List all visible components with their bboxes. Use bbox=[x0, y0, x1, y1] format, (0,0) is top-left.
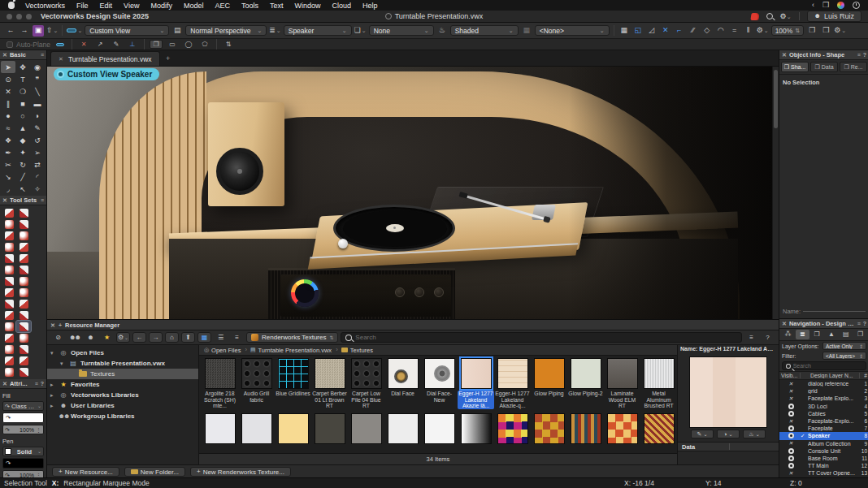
breadcrumb-item[interactable]: Turntable Presentation.vwx bbox=[250, 347, 340, 354]
Faceplate[interactable]: ✕ ✓ Faceplate 7 bbox=[779, 425, 868, 432]
help-icon[interactable] bbox=[761, 332, 775, 343]
class-dropdown[interactable]: None bbox=[369, 25, 434, 36]
fill-style-dropdown[interactable]: Class St... bbox=[2, 401, 44, 411]
snap-angle-icon[interactable] bbox=[646, 25, 658, 37]
toolset-tool[interactable] bbox=[16, 218, 31, 230]
clock-icon[interactable] bbox=[853, 2, 860, 9]
snap-grid-icon[interactable] bbox=[618, 25, 630, 37]
texture-item[interactable] bbox=[348, 412, 384, 444]
visibility-toggle[interactable]: ✕ bbox=[781, 388, 801, 395]
tab-viewports[interactable] bbox=[824, 330, 838, 339]
tree-vectorworks-libraries[interactable]: Vectorworks Libraries bbox=[47, 390, 198, 400]
toolset-tool[interactable] bbox=[16, 253, 31, 264]
texture-argolite[interactable]: Argolite 218 Scratch (SH) mte... bbox=[202, 358, 238, 409]
toolset-tool[interactable] bbox=[16, 343, 31, 355]
polyline-tool[interactable]: ✎ bbox=[30, 122, 45, 134]
disclosure-icon[interactable] bbox=[60, 361, 66, 367]
texture-item[interactable] bbox=[494, 412, 531, 444]
menu-icon[interactable] bbox=[41, 52, 44, 58]
visibility-toggle[interactable]: ✕ bbox=[781, 381, 801, 387]
vertical-scrollbar[interactable] bbox=[772, 67, 779, 319]
back-icon[interactable] bbox=[5, 25, 16, 37]
double-line-tool[interactable]: ∥ bbox=[1, 97, 15, 110]
tab-classes[interactable] bbox=[781, 330, 795, 339]
oval-marquee-icon[interactable] bbox=[182, 40, 195, 49]
tab-references[interactable] bbox=[853, 330, 867, 339]
texture-egger-lakeland[interactable]: Egger-H 1277 Lakeland Akazie lä... bbox=[458, 358, 494, 409]
menu-item[interactable]: Modify bbox=[145, 2, 178, 10]
rectangular-marquee-icon[interactable] bbox=[166, 40, 179, 49]
drawing-canvas[interactable]: Custom View Speaker bbox=[47, 67, 779, 319]
fit-window-icon[interactable] bbox=[806, 25, 818, 37]
toolset-tool[interactable] bbox=[2, 366, 16, 378]
rounded-rectangle-tool[interactable]: ▬ bbox=[30, 97, 45, 110]
pen-style-dropdown[interactable]: Solid bbox=[2, 447, 44, 456]
resource-search[interactable] bbox=[341, 332, 742, 343]
chevron-left-icon[interactable] bbox=[812, 2, 814, 9]
texture-item[interactable] bbox=[311, 412, 348, 444]
toolset-tool[interactable] bbox=[2, 230, 16, 241]
select-similar-tool[interactable]: ➢ bbox=[30, 146, 45, 158]
texture-item[interactable] bbox=[238, 412, 275, 444]
tab-saved-views[interactable] bbox=[839, 330, 853, 339]
new-resource-button[interactable]: New Resource... bbox=[52, 467, 119, 477]
snap-align-icon[interactable] bbox=[729, 25, 740, 37]
search-input[interactable] bbox=[355, 334, 737, 341]
all-resources-icon[interactable] bbox=[51, 332, 65, 343]
workspace-gear-icon[interactable] bbox=[834, 25, 846, 37]
zoom-level-field[interactable]: 100% bbox=[771, 25, 805, 36]
Cables[interactable]: ✕ ✓ Cables 5 bbox=[779, 410, 868, 417]
Faceplate-Explo...[interactable]: ✕ ✓ Faceplate-Explo... 6 bbox=[779, 417, 868, 425]
menu-icon[interactable] bbox=[35, 381, 38, 387]
menu-icon[interactable] bbox=[41, 197, 44, 203]
TT Main[interactable]: ✕ ✓ TT Main 12 bbox=[779, 462, 868, 469]
breadcrumb-item[interactable]: Textures bbox=[341, 347, 373, 354]
pen-tool[interactable]: ✒ bbox=[1, 146, 15, 158]
Album Collection[interactable]: ✕ ✓ Album Collection 9 bbox=[779, 440, 868, 447]
menu-item[interactable]: Cloud bbox=[327, 2, 358, 10]
snap-intersection-icon[interactable] bbox=[688, 25, 699, 37]
Console Unit[interactable]: ✕ ✓ Console Unit 10 bbox=[779, 447, 868, 455]
constrain-angle-icon[interactable] bbox=[93, 40, 106, 49]
layers-icon[interactable] bbox=[269, 25, 280, 37]
locus-tool[interactable]: ✕ bbox=[1, 85, 15, 97]
disclosure-icon[interactable] bbox=[50, 392, 56, 399]
home-icon[interactable] bbox=[165, 332, 179, 343]
render-teapot-icon[interactable] bbox=[436, 25, 448, 37]
visibility-toggle[interactable]: ✕ bbox=[781, 395, 801, 402]
menu-item[interactable]: Help bbox=[357, 2, 384, 10]
move-by-points-tool[interactable]: ↘ bbox=[1, 171, 15, 183]
TT Cover Opene...[interactable]: ✕ ✓ TT Cover Opene... 13 bbox=[779, 469, 868, 477]
visibility-toggle[interactable]: ✕ bbox=[781, 404, 801, 409]
render-mode-dropdown[interactable]: Shaded bbox=[450, 25, 519, 36]
workgroup-icon[interactable] bbox=[67, 332, 81, 343]
toolset-tool[interactable] bbox=[16, 309, 31, 321]
toolset-tool[interactable] bbox=[2, 332, 16, 343]
visibility-toggle[interactable]: ✕ bbox=[781, 418, 801, 425]
library-dropdown[interactable]: Renderworks Textures bbox=[246, 332, 338, 343]
layer-search[interactable] bbox=[782, 361, 866, 370]
dialog reference[interactable]: ✕ ✓ dialog reference 1 bbox=[779, 380, 868, 387]
name-column-header[interactable]: Design Layer N... bbox=[801, 373, 859, 378]
view-dropdown[interactable]: Custom View bbox=[85, 25, 169, 36]
texture-carpet-low-pile[interactable]: Carpet Low Pile 04 Blue RT bbox=[348, 358, 384, 409]
visibility-toggle[interactable]: ✕ bbox=[781, 425, 801, 431]
dock-icon[interactable] bbox=[59, 322, 62, 328]
toolset-tool[interactable] bbox=[2, 298, 16, 309]
visibility-toggle[interactable]: ✕ bbox=[781, 411, 801, 417]
toolset-tool[interactable] bbox=[16, 321, 31, 332]
toolset-tool[interactable] bbox=[2, 275, 16, 287]
clip-tool[interactable]: ✂ bbox=[1, 158, 15, 171]
menu-item[interactable]: Tools bbox=[236, 2, 264, 10]
axes-mode-icon[interactable] bbox=[126, 40, 139, 49]
3D Loci[interactable]: ✕ ✓ 3D Loci 4 bbox=[779, 403, 868, 410]
constrain-none-icon[interactable] bbox=[77, 40, 90, 49]
texture-glow-piping[interactable]: Glow Piping bbox=[531, 358, 567, 409]
disclosure-icon[interactable] bbox=[50, 403, 56, 409]
spiral-tool[interactable]: ↺ bbox=[30, 134, 45, 146]
scaling-mode-icon[interactable] bbox=[222, 40, 235, 49]
resize-tool[interactable]: ↖ bbox=[15, 183, 30, 195]
toolset-tool[interactable] bbox=[16, 207, 31, 218]
close-icon[interactable] bbox=[2, 52, 7, 58]
tab-design-layers[interactable] bbox=[796, 330, 809, 339]
